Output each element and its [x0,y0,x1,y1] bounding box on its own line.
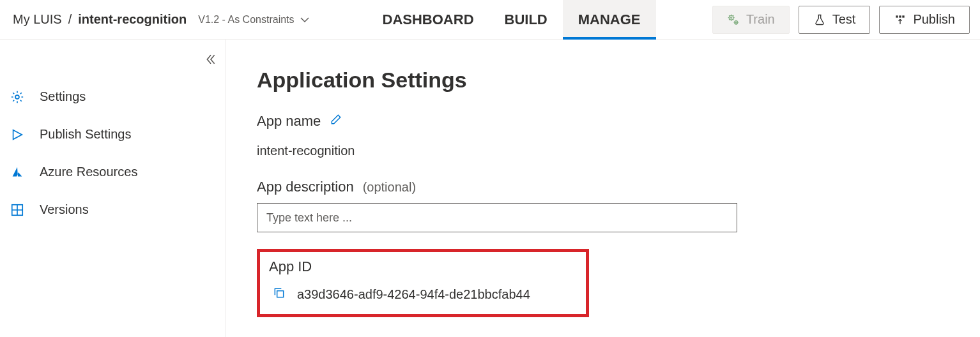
pencil-icon[interactable] [330,113,342,130]
grid-icon [10,203,24,217]
sidebar-item-azure-resources[interactable]: Azure Resources [0,153,226,191]
breadcrumb-separator: / [68,12,72,27]
svg-rect-4 [896,15,898,17]
sidebar-item-label: Publish Settings [40,127,131,142]
svg-point-0 [729,15,733,20]
app-name-value: intent-recognition [257,144,980,158]
app-name-label-row: App name [257,113,980,130]
svg-rect-6 [903,15,905,17]
publish-button-label: Publish [913,12,955,27]
app-id-row: a39d3646-adf9-4264-94f4-de21bbcfab44 [269,287,577,303]
svg-rect-9 [277,291,284,297]
app-name-label: App name [257,113,321,130]
version-label: V1.2 - As Constraints [198,14,294,26]
tab-manage[interactable]: MANAGE [563,0,656,39]
publish-button[interactable]: Publish [879,6,970,34]
svg-rect-5 [900,15,901,17]
sidebar-collapse-button[interactable] [205,54,217,67]
sidebar-item-publish-settings[interactable]: Publish Settings [0,116,226,153]
app-id-label: App ID [269,258,577,275]
copy-icon[interactable] [273,287,286,303]
sidebar-item-versions[interactable]: Versions [0,191,226,228]
svg-point-3 [735,22,737,23]
svg-point-7 [15,95,19,99]
nav-tabs: DASHBOARD BUILD MANAGE [367,0,656,39]
svg-point-2 [735,20,738,24]
gears-icon [727,13,740,26]
topbar: My LUIS / intent-recognition V1.2 - As C… [0,0,980,40]
test-button-label: Test [832,12,856,27]
sidebar: Settings Publish Settings Azure Resource… [0,40,226,337]
page-title: Application Settings [257,68,980,93]
play-icon [10,128,24,142]
gear-icon [10,90,24,104]
version-selector[interactable]: V1.2 - As Constraints [198,14,309,26]
train-button: Train [712,6,790,34]
app-desc-input[interactable] [257,203,737,232]
app-id-highlight-box: App ID a39d3646-adf9-4264-94f4-de21bbcfa… [257,249,589,317]
tab-dashboard[interactable]: DASHBOARD [367,0,489,39]
main-content: Application Settings App name intent-rec… [226,40,980,337]
breadcrumb-app[interactable]: intent-recognition [78,12,187,27]
sidebar-item-settings[interactable]: Settings [0,78,226,116]
sidebar-item-label: Settings [40,89,86,104]
sidebar-item-label: Versions [40,202,89,217]
app-desc-label-row: App description (optional) [257,179,980,195]
chevron-double-left-icon [205,54,217,65]
breadcrumb-root[interactable]: My LUIS [13,12,62,27]
svg-point-1 [731,17,732,18]
chevron-down-icon [300,15,310,25]
tab-build[interactable]: BUILD [489,0,563,39]
publish-icon [894,13,907,26]
train-button-label: Train [746,12,775,27]
test-button[interactable]: Test [799,6,871,34]
app-desc-label: App description [257,179,354,195]
azure-icon [10,165,24,179]
app-desc-optional: (optional) [363,180,416,195]
sidebar-list: Settings Publish Settings Azure Resource… [0,78,226,228]
topbar-actions: Train Test Publish [712,6,970,34]
app-id-value: a39d3646-adf9-4264-94f4-de21bbcfab44 [297,287,530,302]
flask-icon [813,13,826,26]
sidebar-item-label: Azure Resources [40,165,137,179]
breadcrumb: My LUIS / intent-recognition V1.2 - As C… [13,12,310,27]
